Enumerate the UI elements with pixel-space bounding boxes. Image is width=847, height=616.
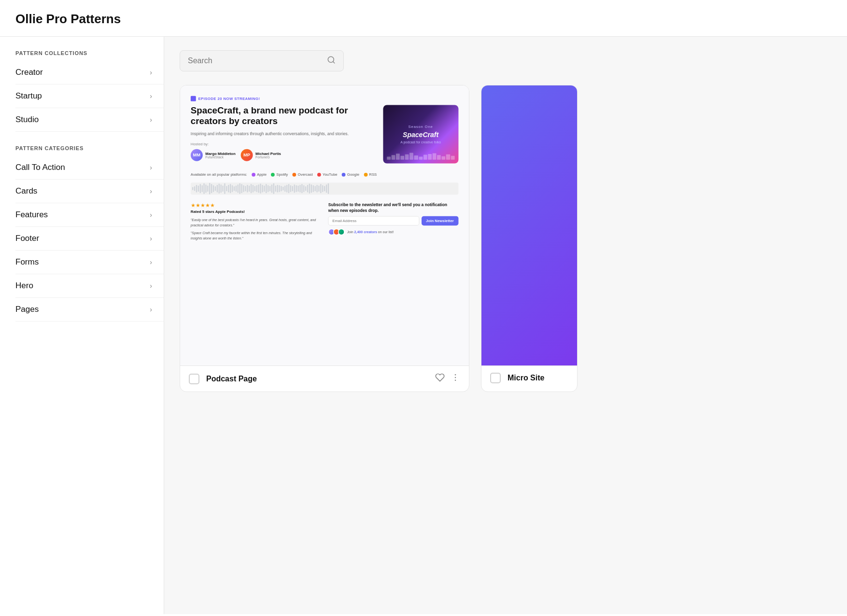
- sidebar-item-label: Creator: [15, 68, 43, 77]
- sidebar-categories: PATTERN CATEGORIES Call To Action › Card…: [15, 145, 164, 322]
- chevron-right-icon: ›: [150, 92, 152, 100]
- sidebar-item-startup[interactable]: Startup ›: [15, 84, 164, 108]
- podcast-cover: Season One SpaceCraft A podcast for crea…: [383, 105, 458, 164]
- card-checkbox-microsite[interactable]: [490, 373, 501, 383]
- sidebar-item-label: Call To Action: [15, 163, 65, 172]
- sidebar-item-label: Footer: [15, 234, 39, 243]
- episode-icon: [191, 96, 196, 101]
- reviews-col: ★★★★★ Rated 5 stars Apple Podcasts! "Eas…: [191, 202, 321, 244]
- chevron-right-icon: ›: [150, 235, 152, 242]
- host-2: MP Michael Portis FortuneG: [241, 149, 281, 161]
- bottom-row: ★★★★★ Rated 5 stars Apple Podcasts! "Eas…: [191, 202, 458, 244]
- chevron-right-icon: ›: [150, 306, 152, 313]
- host-info-2: Michael Portis FortuneG: [255, 151, 281, 159]
- pattern-card-podcast: EPISODE 20 NOW STREAMING! SpaceCraft, a …: [180, 85, 469, 392]
- search-bar: [180, 50, 344, 71]
- podcast-hero-row: SpaceCraft, a brand new podcast for crea…: [191, 105, 458, 164]
- waveform-full: (function(){ const heights=[8,12,20,16,2…: [191, 182, 458, 195]
- app-header: Ollie Pro Patterns: [0, 0, 847, 37]
- sidebar-item-studio[interactable]: Studio ›: [15, 108, 164, 132]
- card-label-microsite: Micro Site: [508, 374, 544, 382]
- pattern-card-microsite: Micro Site: [481, 85, 578, 392]
- sidebar-item-label: Startup: [15, 91, 42, 101]
- favorite-icon[interactable]: [435, 373, 445, 385]
- sidebar-item-label: Forms: [15, 257, 39, 267]
- join-text: Join 2,400 creators on our list!: [347, 230, 394, 234]
- cards-grid: EPISODE 20 NOW STREAMING! SpaceCraft, a …: [180, 85, 832, 392]
- chevron-right-icon: ›: [150, 116, 152, 124]
- episode-label: EPISODE 20 NOW STREAMING!: [191, 96, 458, 101]
- sidebar-item-footer[interactable]: Footer ›: [15, 227, 164, 251]
- sidebar: PATTERN COLLECTIONS Creator › Startup › …: [0, 37, 164, 614]
- host-handle-2: FortuneG: [255, 155, 281, 159]
- platform-overcast: Overcast: [292, 172, 312, 177]
- search-input[interactable]: [188, 56, 322, 65]
- platforms-row: Available on all popular platforms: Appl…: [191, 172, 458, 177]
- newsletter-input-row: Join Newsletter: [328, 216, 458, 225]
- sidebar-item-pages[interactable]: Pages ›: [15, 298, 164, 322]
- svg-point-2: [455, 374, 456, 376]
- sidebar-item-cards[interactable]: Cards ›: [15, 180, 164, 203]
- collections-label: PATTERN COLLECTIONS: [15, 50, 164, 56]
- search-bar-row: [180, 50, 832, 71]
- card-actions-podcast: [435, 373, 460, 385]
- svg-point-4: [455, 380, 456, 381]
- platform-youtube: YouTube: [317, 172, 338, 177]
- hosted-label: Hosted by:: [191, 142, 376, 146]
- platform-apple: Apple: [252, 172, 267, 177]
- sidebar-collections: PATTERN COLLECTIONS Creator › Startup › …: [15, 50, 164, 132]
- chevron-right-icon: ›: [150, 211, 152, 219]
- app-title: Ollie Pro Patterns: [15, 12, 832, 27]
- podcast-preview: EPISODE 20 NOW STREAMING! SpaceCraft, a …: [180, 85, 469, 244]
- card-checkbox-podcast[interactable]: [189, 374, 199, 384]
- join-avatars: [328, 228, 345, 235]
- search-icon: [327, 56, 336, 66]
- main-layout: PATTERN COLLECTIONS Creator › Startup › …: [0, 37, 847, 614]
- host-name-2: Michael Portis: [255, 151, 281, 155]
- sidebar-item-label: Pages: [15, 305, 39, 314]
- host-avatar-2: MP: [241, 149, 253, 161]
- pattern-preview-podcast: EPISODE 20 NOW STREAMING! SpaceCraft, a …: [180, 85, 469, 365]
- stars: ★★★★★: [191, 202, 321, 208]
- platform-google: Google: [342, 172, 359, 177]
- sidebar-item-label: Features: [15, 210, 48, 220]
- partial-footer-microsite: Micro Site: [481, 365, 577, 390]
- platform-rss: RSS: [364, 172, 377, 177]
- chevron-right-icon: ›: [150, 187, 152, 195]
- chevron-right-icon: ›: [150, 282, 152, 290]
- sidebar-item-call-to-action[interactable]: Call To Action ›: [15, 156, 164, 180]
- sidebar-item-label: Cards: [15, 186, 37, 196]
- content-area: EPISODE 20 NOW STREAMING! SpaceCraft, a …: [164, 37, 847, 614]
- chevron-right-icon: ›: [150, 164, 152, 171]
- podcast-desc: Inspiring and informing creators through…: [191, 130, 376, 137]
- host-info-1: Margo Middleton FutureStack: [205, 151, 235, 159]
- sidebar-item-creator[interactable]: Creator ›: [15, 61, 164, 84]
- podcast-title: SpaceCraft, a brand new podcast for crea…: [191, 105, 376, 127]
- sidebar-item-forms[interactable]: Forms ›: [15, 251, 164, 274]
- chevron-right-icon: ›: [150, 69, 152, 76]
- newsletter-email-input[interactable]: [328, 216, 419, 225]
- join-count: 2,400 creators: [354, 230, 377, 234]
- newsletter-join-button[interactable]: Join Newsletter: [422, 216, 458, 225]
- join-avatar-3: [338, 228, 345, 235]
- sidebar-item-label: Hero: [15, 281, 33, 291]
- sidebar-item-hero[interactable]: Hero ›: [15, 274, 164, 298]
- host-name-1: Margo Middleton: [205, 151, 235, 155]
- newsletter-title: Subscribe to the newsletter and we'll se…: [328, 202, 458, 214]
- svg-line-1: [333, 61, 334, 63]
- sidebar-item-features[interactable]: Features ›: [15, 203, 164, 227]
- cover-season: Season One: [409, 125, 433, 129]
- pattern-card-footer-podcast: Podcast Page: [180, 365, 469, 392]
- card-label-podcast: Podcast Page: [206, 375, 428, 383]
- categories-label: PATTERN CATEGORIES: [15, 145, 164, 151]
- cover-sub: A podcast for creative folks: [400, 140, 441, 144]
- newsletter-col: Subscribe to the newsletter and we'll se…: [328, 202, 458, 244]
- podcast-hosts: MM Margo Middleton FutureStack MP: [191, 149, 376, 161]
- more-options-icon[interactable]: [451, 373, 460, 385]
- host-avatar-1: MM: [191, 149, 203, 161]
- platforms-label: Available on all popular platforms:: [191, 172, 247, 177]
- join-row: Join 2,400 creators on our list!: [328, 228, 458, 235]
- review-1: "Easily one of the best podcasts I've he…: [191, 218, 321, 228]
- host-1: MM Margo Middleton FutureStack: [191, 149, 236, 161]
- cover-title: SpaceCraft: [403, 131, 438, 139]
